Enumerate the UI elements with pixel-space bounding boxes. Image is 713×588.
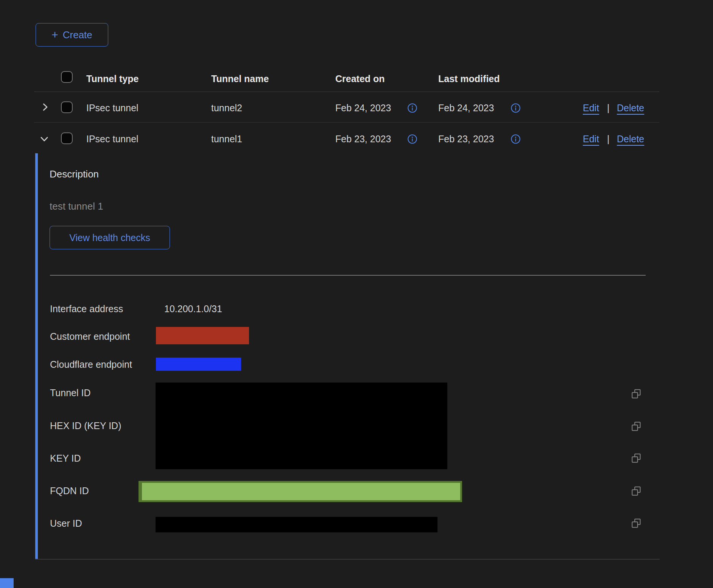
created-on-cell: Feb 24, 2023 xyxy=(335,102,391,114)
cloudflare-endpoint-redaction xyxy=(156,358,241,371)
tunnel-type-cell: IPsec tunnel xyxy=(86,133,139,145)
column-header-tunnel-type: Tunnel type xyxy=(86,73,139,84)
tunnel-id-label: Tunnel ID xyxy=(50,387,90,398)
create-button[interactable]: + Create xyxy=(36,23,108,47)
action-separator: | xyxy=(607,133,610,145)
tunnel-type-cell: IPsec tunnel xyxy=(86,102,139,114)
copy-icon[interactable] xyxy=(630,421,642,432)
info-icon[interactable] xyxy=(511,103,521,113)
info-icon[interactable] xyxy=(407,134,417,144)
user-id-label: User ID xyxy=(50,518,82,529)
description-value: test tunnel 1 xyxy=(50,200,103,212)
delete-link[interactable]: Delete xyxy=(617,102,644,114)
view-health-checks-button[interactable]: View health checks xyxy=(50,226,170,249)
table-bottom-divider xyxy=(35,559,660,560)
last-modified-cell: Feb 23, 2023 xyxy=(438,133,494,145)
interface-address-value: 10.200.1.0/31 xyxy=(164,303,222,314)
bottom-left-accent xyxy=(0,578,14,588)
description-heading: Description xyxy=(50,168,99,180)
fqdn-id-redaction xyxy=(139,481,462,502)
action-separator: | xyxy=(607,102,610,114)
cloudflare-endpoint-label: Cloudflare endpoint xyxy=(50,359,132,370)
header-divider xyxy=(34,92,659,92)
tunnel-name-cell: tunnel1 xyxy=(211,133,242,145)
info-icon[interactable] xyxy=(511,134,521,144)
delete-link[interactable]: Delete xyxy=(617,133,644,145)
customer-endpoint-label: Customer endpoint xyxy=(50,331,130,342)
tunnel-name-cell: tunnel2 xyxy=(211,102,242,114)
edit-link[interactable]: Edit xyxy=(583,133,599,145)
copy-icon[interactable] xyxy=(630,388,642,400)
column-header-created-on: Created on xyxy=(335,73,385,84)
detail-divider xyxy=(50,275,646,275)
row-divider xyxy=(34,122,659,123)
expanded-row-accent-bar xyxy=(35,153,38,559)
last-modified-cell: Feb 24, 2023 xyxy=(438,102,494,114)
copy-icon[interactable] xyxy=(630,453,642,464)
interface-address-label: Interface address xyxy=(50,303,123,314)
tunnels-page: + Create Tunnel type Tunnel name Created… xyxy=(0,0,713,588)
key-id-label: KEY ID xyxy=(50,453,81,464)
copy-icon[interactable] xyxy=(630,485,642,497)
tunnel-hex-key-id-redaction xyxy=(156,383,447,469)
user-id-redaction xyxy=(156,517,437,532)
info-icon[interactable] xyxy=(407,103,417,113)
row-checkbox[interactable] xyxy=(61,101,73,113)
column-header-last-modified: Last modified xyxy=(438,73,500,84)
column-header-tunnel-name: Tunnel name xyxy=(211,73,269,84)
row-checkbox[interactable] xyxy=(61,132,73,144)
chevron-right-icon[interactable] xyxy=(39,101,51,113)
copy-icon[interactable] xyxy=(630,518,642,529)
hex-id-label: HEX ID (KEY ID) xyxy=(50,420,121,431)
fqdn-id-label: FQDN ID xyxy=(50,485,89,496)
chevron-down-icon[interactable] xyxy=(39,133,50,145)
edit-link[interactable]: Edit xyxy=(583,102,599,114)
created-on-cell: Feb 23, 2023 xyxy=(335,133,391,145)
customer-endpoint-redaction xyxy=(156,327,249,344)
select-all-checkbox[interactable] xyxy=(61,71,73,83)
create-button-label: Create xyxy=(63,29,92,41)
plus-icon: + xyxy=(51,29,58,40)
